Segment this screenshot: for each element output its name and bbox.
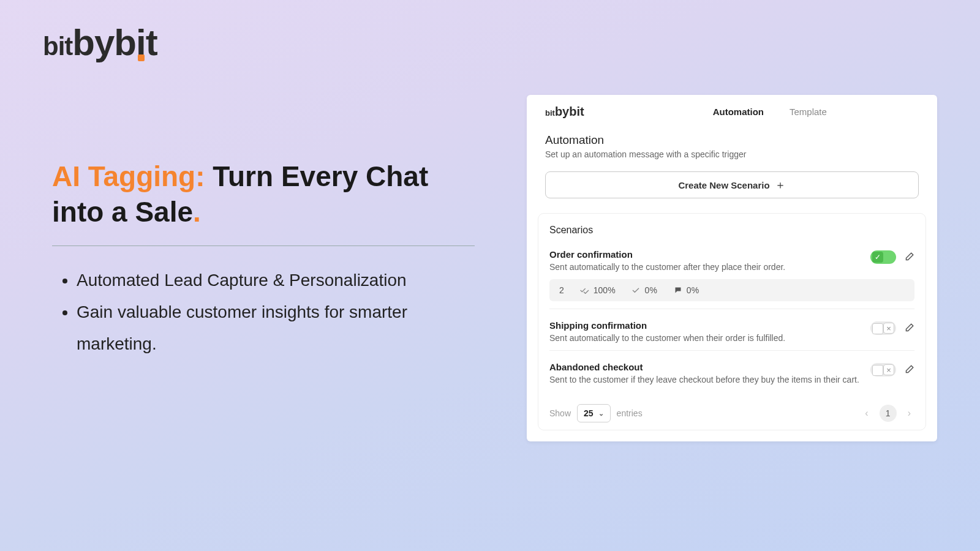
app-logo-bit2: bit: [569, 105, 584, 118]
stat-count-value: 2: [559, 285, 564, 295]
section-title: Automation: [545, 133, 919, 147]
scenarios-heading: Scenarios: [549, 225, 914, 236]
scenarios-panel: Scenarios Order confirmation Sent automa…: [538, 213, 926, 430]
bullet-item: Automated Lead Capture & Personalization: [77, 264, 475, 296]
create-scenario-label: Create New Scenario: [678, 180, 769, 190]
stat-read: 0%: [631, 285, 657, 295]
headline-prefix: AI Tagging:: [52, 160, 205, 192]
logo-part-by: by: [72, 22, 114, 63]
scenario-toggle[interactable]: [870, 250, 896, 264]
stat-replied: 0%: [673, 285, 699, 295]
headline-divider: [52, 246, 475, 246]
stat-replied-value: 0%: [687, 285, 699, 295]
pager-show-label: Show: [549, 408, 571, 418]
scenario-title: Order confirmation: [549, 249, 914, 260]
stat-delivered: 100%: [580, 285, 616, 295]
logo-part-bit1: bit: [43, 32, 72, 61]
page-headline: AI Tagging: Turn Every Chat into a Sale.: [52, 159, 475, 242]
section-header: Automation Set up an automation message …: [527, 127, 937, 159]
app-logo-by: by: [555, 105, 569, 118]
chevron-down-icon: ⌄: [598, 410, 604, 418]
edit-icon[interactable]: [903, 323, 914, 334]
scenario-stats: 2 100% 0% 0%: [549, 279, 914, 301]
app-logo-bit1: bit: [545, 108, 555, 118]
edit-icon[interactable]: [903, 252, 914, 263]
stat-delivered-value: 100%: [594, 285, 616, 295]
app-logo: bitbybit: [545, 105, 584, 119]
page-size-select[interactable]: 25 ⌄: [577, 404, 611, 422]
scenario-toggle[interactable]: [870, 363, 896, 377]
pager-next[interactable]: ›: [904, 405, 914, 421]
scenario-toggle[interactable]: [870, 321, 896, 335]
scenario-title: Shipping confirmation: [549, 320, 914, 331]
stat-count: 2: [559, 285, 564, 295]
scenario-desc: Sent automatically to the customer after…: [549, 262, 914, 272]
create-scenario-button[interactable]: Create New Scenario ＋: [545, 171, 919, 198]
brand-logo: bitbybit: [43, 21, 157, 64]
headline-dot: .: [193, 196, 201, 228]
scenario-desc: Sent to the customer if they leave check…: [549, 375, 914, 384]
pagination: Show 25 ⌄ entries ‹ 1 ›: [549, 395, 914, 422]
pager-current[interactable]: 1: [880, 405, 897, 422]
tab-automation[interactable]: Automation: [713, 107, 764, 117]
page-size-value: 25: [584, 408, 594, 418]
double-check-icon: [580, 287, 590, 294]
check-icon: [631, 287, 641, 294]
scenario-desc: Sent automatically to the customer when …: [549, 333, 914, 343]
bullet-item: Gain valuable customer insights for smar…: [77, 296, 475, 360]
edit-icon[interactable]: [903, 364, 914, 375]
plus-icon: ＋: [775, 178, 786, 192]
stat-read-value: 0%: [645, 285, 657, 295]
scenario-row: Abandoned checkout Sent to the customer …: [549, 350, 914, 392]
marketing-block: AI Tagging: Turn Every Chat into a Sale.…: [52, 159, 475, 359]
scenario-row: Order confirmation Sent automatically to…: [549, 246, 914, 309]
scenario-row: Shipping confirmation Sent automatically…: [549, 309, 914, 350]
app-header: bitbybit Automation Template: [527, 95, 937, 127]
pager-prev[interactable]: ‹: [861, 405, 872, 421]
tab-template[interactable]: Template: [790, 107, 827, 117]
nav-tabs: Automation Template: [713, 107, 827, 117]
section-subtitle: Set up an automation message with a spec…: [545, 149, 919, 159]
logo-part-bit2: bit: [114, 22, 157, 63]
feature-bullets: Automated Lead Capture & Personalization…: [52, 264, 475, 359]
app-card: bitbybit Automation Template Automation …: [527, 95, 937, 441]
scenario-title: Abandoned checkout: [549, 362, 914, 372]
chat-icon: [673, 287, 683, 294]
pager-entries-label: entries: [617, 408, 643, 418]
